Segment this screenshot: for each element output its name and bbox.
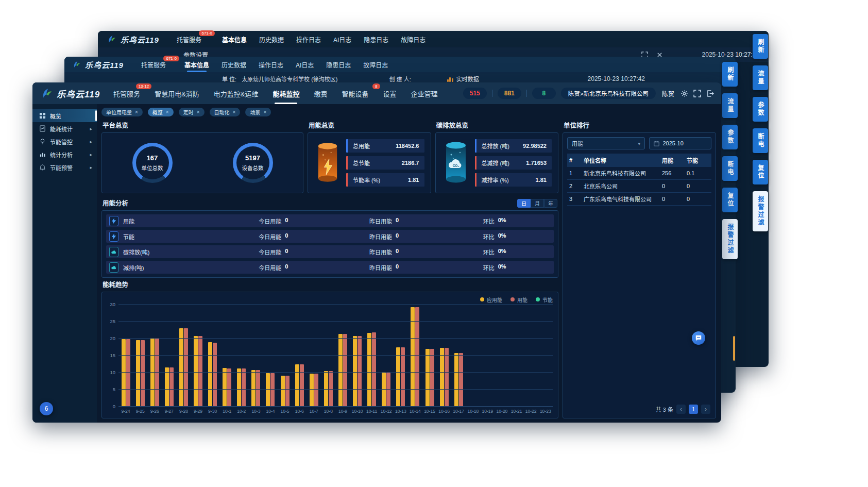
gridline — [118, 355, 553, 356]
window-tab[interactable]: AI日志 — [333, 35, 351, 44]
unit-value: 太原幼儿师范高等专科学校 (徐沟校区) — [242, 75, 337, 83]
filter-tag[interactable]: 单位用电量× — [101, 108, 143, 116]
nav-item[interactable]: 托管服务13-12 — [113, 82, 140, 104]
table-row[interactable]: 3广东乐鸟电气科技有限公司00 — [567, 193, 711, 206]
window-tab[interactable]: 故障日志 — [401, 35, 426, 44]
rail-button[interactable]: 复位 — [753, 160, 768, 184]
window-tab[interactable]: 基本信息 — [222, 35, 247, 44]
sidebar-item[interactable]: 概览 — [32, 109, 97, 122]
section-title-platform: 平台总览 — [103, 120, 303, 130]
bar-group — [509, 305, 524, 407]
window-tab[interactable]: 历史数据 — [222, 57, 246, 72]
prev-page-button[interactable]: ‹ — [676, 405, 686, 414]
window-tab[interactable]: 基本信息 — [184, 57, 209, 72]
nav-item[interactable]: 设置 — [383, 82, 397, 104]
window-tab[interactable]: 故障日志 — [363, 57, 388, 72]
rail-button[interactable]: 流量 — [753, 65, 768, 90]
floating-assistant-button[interactable] — [692, 331, 705, 345]
mid-window-tabs: 基本信息历史数据操作日志AI日志隐患日志故障日志 — [184, 57, 388, 72]
close-icon[interactable]: × — [233, 109, 236, 115]
counter-badge[interactable]: 881 — [498, 88, 521, 99]
mid-menu-item[interactable]: 托管服务671-0 — [141, 60, 166, 69]
logout-icon[interactable] — [706, 90, 714, 97]
window-tab[interactable]: AI日志 — [296, 57, 314, 72]
gear-icon[interactable] — [680, 90, 688, 97]
period-tab[interactable]: 日 — [517, 199, 531, 208]
metric-row: 总用能118452.6 — [346, 139, 424, 153]
nav-item[interactable]: 企业管理 — [411, 82, 438, 104]
rail-button[interactable]: 流量 — [722, 93, 738, 118]
nav-item[interactable]: 缴费 — [314, 82, 327, 104]
rail-button[interactable]: 刷新 — [753, 34, 768, 59]
nav-item[interactable]: 能耗监控 — [273, 82, 299, 104]
stat-donut: 5197设备总数 — [233, 143, 273, 183]
period-tab[interactable]: 年 — [544, 199, 557, 208]
period-tab[interactable]: 月 — [531, 199, 544, 208]
user-name[interactable]: 陈贺 — [662, 89, 674, 98]
table-cell: 2 — [569, 183, 584, 189]
rail-button[interactable]: 复位 — [722, 188, 738, 212]
bar — [401, 347, 405, 407]
sidebar-item[interactable]: 节能预警▸ — [32, 161, 97, 174]
content-area: 单位用电量×概览×定时×自动化×场景× 平台总览 167单位总数5197设备总数… — [97, 104, 721, 423]
scrollbar-thumb[interactable] — [733, 336, 735, 361]
header-cell: 用能 — [662, 156, 687, 164]
filter-tag[interactable]: 定时× — [179, 108, 205, 116]
rail-button[interactable]: 断电 — [722, 156, 738, 181]
fullscreen-icon[interactable] — [693, 90, 701, 97]
notification-badge[interactable]: 6 — [40, 402, 53, 415]
x-tick-label: 9-27 — [162, 409, 176, 415]
filter-tags: 单位用电量×概览×定时×自动化×场景× — [101, 108, 716, 116]
x-tick-label: 10-21 — [509, 409, 524, 415]
table-cell: 0.1 — [687, 170, 709, 176]
close-icon[interactable]: × — [135, 109, 138, 115]
nav-item[interactable]: 智能设备8 — [342, 82, 369, 104]
nav-item[interactable]: 智慧用电&消防 — [155, 82, 199, 104]
back-menu-item[interactable]: 托管服务671-0 — [177, 35, 201, 44]
bar-group — [118, 305, 133, 407]
close-icon[interactable]: × — [263, 109, 266, 115]
rail-button[interactable]: 刷新 — [722, 62, 738, 87]
bar-group — [321, 305, 335, 407]
rail-button[interactable]: 参数 — [753, 97, 768, 122]
counter-badge[interactable]: 515 — [463, 88, 487, 99]
sidebar-item[interactable]: 统计分析▸ — [32, 148, 97, 161]
rail-button[interactable]: 断电 — [753, 128, 768, 153]
close-icon[interactable]: × — [166, 109, 169, 115]
sidebar-item[interactable]: 节能管控▸ — [32, 135, 97, 148]
chart-legend: 应用能用能节能 — [105, 295, 553, 304]
counter-badge[interactable]: 8 — [532, 88, 556, 99]
nav-item[interactable]: 电力监控&运维 — [214, 82, 259, 104]
rail-button[interactable]: 报警过滤 — [753, 191, 768, 231]
x-tick-label: 10-8 — [321, 409, 335, 415]
y-tick-label: 5 — [113, 387, 115, 392]
bar-group — [206, 305, 220, 407]
stat-donut: 167单位总数 — [132, 143, 173, 183]
user-org-pill[interactable]: 陈贺>新北京乐鸟科技有限公司 — [561, 88, 656, 99]
page-button[interactable]: 1 — [689, 405, 698, 414]
bar-group — [365, 305, 379, 407]
table-row[interactable]: 2北京乐鸟公司00 — [567, 180, 711, 193]
filter-tag[interactable]: 自动化× — [210, 108, 241, 116]
ranking-month-picker[interactable]: 2025-10 — [649, 137, 711, 149]
carbon-overview-panel: CO₂ 总排放 (吨)92.98522总减排 (吨)1.71653减排率 (%)… — [435, 132, 559, 193]
window-tab[interactable]: 操作日志 — [296, 35, 321, 44]
rail-button[interactable]: 报警过滤 — [722, 219, 738, 259]
sidebar: 概览能耗统计▸节能管控▸统计分析▸节能预警▸ 6 — [32, 104, 97, 423]
bar-group — [292, 305, 307, 407]
close-icon[interactable]: × — [197, 109, 200, 115]
realtime-data-toggle[interactable]: 实时数据 — [447, 75, 479, 83]
filter-tag[interactable]: 概览× — [148, 108, 174, 116]
window-tab[interactable]: 隐患日志 — [364, 35, 388, 44]
cloud-icon — [109, 247, 118, 257]
sidebar-item[interactable]: 能耗统计▸ — [32, 122, 97, 135]
window-tab[interactable]: 操作日志 — [259, 57, 283, 72]
filter-tag[interactable]: 场景× — [245, 108, 271, 116]
bar-group — [538, 305, 553, 407]
window-tab[interactable]: 隐患日志 — [326, 57, 351, 72]
window-tab[interactable]: 历史数据 — [259, 35, 284, 44]
next-page-button[interactable]: › — [701, 405, 710, 414]
rail-button[interactable]: 参数 — [722, 125, 738, 149]
ranking-metric-select[interactable]: 用能 — [567, 137, 645, 149]
table-row[interactable]: 1新北京乐鸟科技有限公司2560.1 — [567, 167, 711, 180]
